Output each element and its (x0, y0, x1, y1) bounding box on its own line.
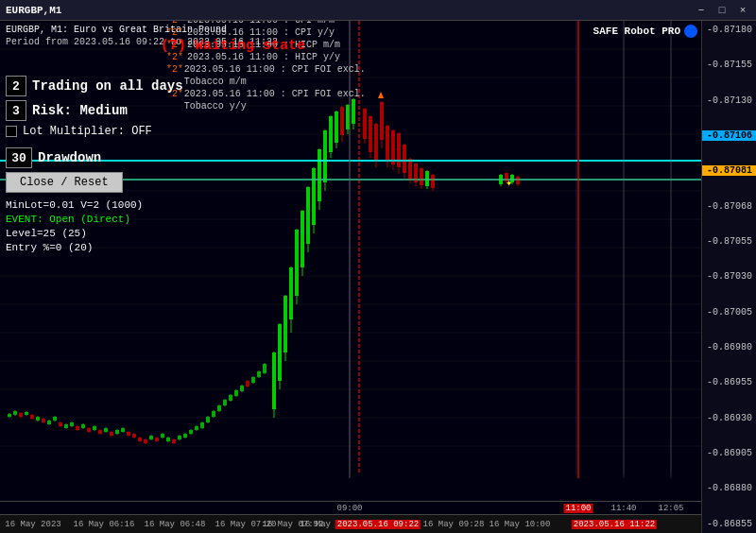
box2-number: 2 (6, 76, 26, 96)
svg-rect-169 (431, 175, 435, 188)
bottom-info: MinLot=0.01 V=2 (1000) EVENT: Open (Dire… (6, 198, 143, 255)
svg-rect-96 (217, 405, 221, 411)
price-12: -0.86905 (702, 448, 756, 458)
svg-rect-140 (346, 105, 350, 129)
svg-rect-112 (240, 386, 244, 391)
price-1: -0.87155 (702, 60, 756, 70)
maximize-button[interactable]: □ (714, 5, 730, 16)
price-top: -0.87180 (702, 25, 756, 35)
safe-robot-label: SAFE Robot PRO (593, 25, 697, 38)
svg-rect-74 (155, 438, 159, 441)
svg-marker-179 (378, 92, 384, 98)
date-label-8: 16 May 10:00 (490, 520, 551, 529)
lot-label: Lot Multiplier: OFF (23, 125, 152, 138)
svg-rect-84 (183, 434, 187, 438)
date-label-2: 16 May 06:16 (74, 520, 135, 529)
svg-rect-60 (115, 430, 119, 434)
entry-line: Entry %=0 (20) (6, 241, 143, 255)
svg-rect-26 (19, 413, 23, 417)
svg-rect-38 (53, 417, 57, 421)
date-hl-1: 2023.05.16 09:22 (335, 520, 421, 529)
time-label-1140: 11:40 (610, 504, 636, 513)
time-label-1205: 12:05 (658, 504, 683, 513)
svg-rect-88 (195, 426, 198, 430)
box3-label: Risk: Medium (32, 103, 128, 118)
time-label-0900: 09:00 (336, 504, 362, 513)
svg-rect-100 (272, 352, 276, 409)
svg-rect-72 (149, 436, 153, 439)
title-bar: EURGBP,M1 − □ × (0, 0, 756, 21)
svg-rect-52 (93, 426, 96, 430)
svg-rect-138 (340, 107, 344, 135)
svg-rect-90 (200, 422, 204, 428)
svg-rect-104 (284, 296, 287, 352)
date-label-7: 16 May 09:28 (423, 520, 485, 529)
svg-rect-54 (98, 430, 102, 434)
svg-rect-62 (121, 428, 125, 432)
svg-rect-126 (306, 187, 310, 244)
window-title: EURGBP,M1 (6, 5, 61, 16)
svg-rect-46 (76, 426, 79, 430)
svg-rect-94 (212, 411, 215, 417)
price-7: -0.87030 (702, 271, 756, 282)
trading-box-2: 2 Trading on all days (6, 76, 183, 96)
time-axis: 09:00 11:00 11:40 12:05 (0, 501, 701, 514)
safe-robot-text: SAFE Robot PRO (593, 26, 680, 37)
svg-rect-120 (263, 364, 266, 373)
date-hl-2: 2023.05.16 11:22 (572, 520, 657, 529)
svg-rect-157 (397, 133, 401, 167)
svg-text:✦: ✦ (506, 177, 512, 190)
svg-rect-22 (8, 414, 11, 417)
svg-rect-50 (87, 428, 91, 432)
price-2: -0.87130 (702, 95, 756, 106)
lot-checkbox[interactable] (6, 126, 17, 137)
svg-rect-122 (295, 230, 299, 296)
box2-label: Trading on all days (32, 78, 183, 94)
svg-rect-82 (178, 436, 181, 439)
price-13: -0.86880 (702, 483, 756, 493)
svg-rect-76 (161, 434, 164, 438)
price-5: -0.87068 (702, 201, 756, 212)
svg-rect-30 (30, 415, 34, 419)
svg-rect-44 (70, 422, 74, 426)
svg-rect-118 (257, 371, 261, 377)
svg-rect-134 (329, 116, 333, 152)
svg-rect-142 (352, 99, 355, 124)
minimize-button[interactable]: − (694, 5, 709, 16)
svg-rect-48 (81, 424, 85, 428)
svg-rect-24 (13, 411, 17, 415)
svg-rect-132 (323, 130, 327, 182)
svg-rect-128 (312, 168, 316, 225)
chart-area: ✦ EURGBP, M1: Euro vs Great Britain Poun… (0, 21, 756, 533)
svg-rect-130 (318, 149, 321, 201)
svg-rect-153 (386, 126, 389, 162)
window-controls[interactable]: − □ × (694, 5, 750, 16)
svg-rect-161 (408, 159, 412, 180)
price-3-highlight: -0.87106 (702, 130, 756, 141)
box3-number: 3 (6, 100, 26, 121)
svg-rect-80 (172, 439, 176, 443)
svg-rect-56 (104, 428, 108, 432)
svg-rect-108 (229, 395, 232, 401)
svg-rect-34 (42, 419, 45, 422)
svg-rect-177 (516, 177, 520, 184)
svg-rect-66 (132, 434, 136, 438)
date-axis: 16 May 2023 16 May 06:16 16 May 06:48 16… (0, 514, 701, 533)
minlot-line: MinLot=0.01 V=2 (1000) (6, 198, 143, 213)
svg-rect-42 (64, 424, 68, 428)
price-9: -0.86980 (702, 342, 756, 352)
svg-rect-110 (234, 390, 238, 396)
date-label-1: 16 May 2023 (5, 520, 60, 529)
svg-rect-124 (301, 211, 304, 267)
trading-box-3: 3 Risk: Medium (6, 100, 128, 121)
close-button[interactable]: × (735, 5, 750, 16)
close-reset-button[interactable]: Close / Reset (6, 172, 123, 193)
svg-rect-40 (59, 422, 62, 426)
price-10: -0.86955 (702, 377, 756, 387)
price-6: -0.87055 (702, 236, 756, 247)
svg-rect-145 (363, 109, 367, 139)
svg-rect-102 (278, 324, 282, 381)
time-label-1100: 11:00 (563, 504, 593, 513)
svg-rect-116 (251, 377, 255, 383)
price-axis: -0.87180 -0.87155 -0.87130 -0.87106 -0.8… (701, 21, 756, 533)
